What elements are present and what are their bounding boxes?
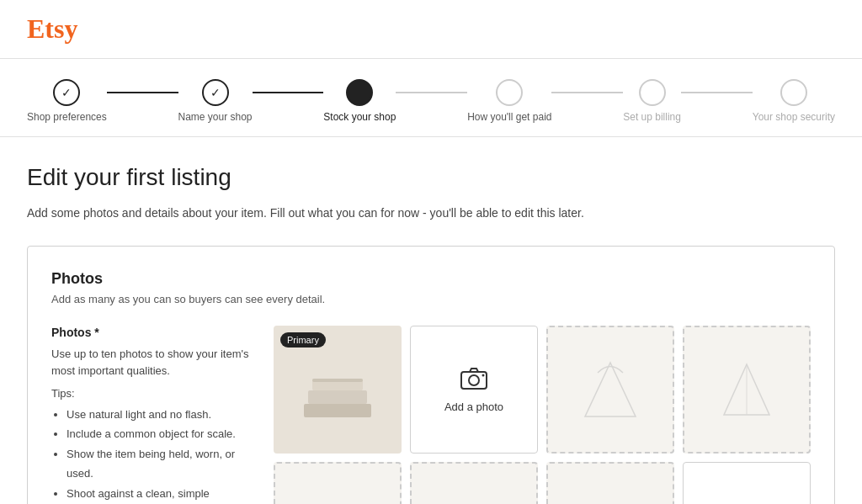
main-content: Edit your first listing Add some photos … [0, 137, 862, 504]
step-name-your-shop[interactable]: ✓ Name your shop [178, 79, 253, 123]
progress-section: ✓ Shop preferences ✓ Name your shop Stoc… [0, 59, 862, 137]
photos-grid: Primary [274, 326, 811, 504]
photos-left-panel: Photos * Use up to ten photos to show yo… [51, 326, 253, 504]
primary-badge: Primary [280, 332, 326, 347]
step-circle-your-shop-security [780, 79, 807, 106]
svg-rect-0 [304, 404, 371, 417]
photo-slot-3[interactable] [546, 326, 674, 454]
step-shop-preferences[interactable]: ✓ Shop preferences [27, 79, 107, 123]
shape-placeholder-5 [317, 501, 359, 504]
header: Etsy [0, 0, 862, 59]
connector-1 [107, 92, 178, 93]
photo-slot-5[interactable] [274, 462, 402, 504]
svg-rect-1 [308, 390, 367, 404]
page-title: Edit your first listing [27, 164, 835, 191]
tip-2: Include a common object for scale. [67, 424, 253, 443]
svg-point-5 [469, 375, 479, 385]
shape-placeholder-7 [589, 501, 631, 504]
towel-image [300, 352, 375, 427]
svg-rect-3 [312, 379, 363, 382]
step-label-how-youll-get-paid: How you'll get paid [467, 111, 551, 123]
connector-3 [396, 92, 467, 93]
camera-icon [460, 366, 487, 395]
step-circle-how-youll-get-paid [496, 79, 523, 106]
shape-placeholder-6 [453, 501, 495, 504]
step-label-set-up-billing: Set up billing [623, 111, 681, 123]
step-label-stock-your-shop: Stock your shop [323, 111, 396, 123]
photos-section: Photos * Use up to ten photos to show yo… [51, 326, 811, 504]
connector-2 [253, 92, 324, 93]
step-your-shop-security[interactable]: Your shop security [753, 79, 835, 123]
step-label-shop-preferences: Shop preferences [27, 111, 107, 123]
photos-field-label: Photos * [51, 326, 253, 339]
page-subtitle: Add some photos and details about your i… [27, 204, 835, 222]
photo-slot-6[interactable] [410, 462, 538, 504]
photo-slot-7[interactable] [546, 462, 674, 504]
photo-slot-8[interactable] [683, 462, 811, 504]
step-set-up-billing[interactable]: Set up billing [623, 79, 681, 123]
photo-slot-4[interactable] [683, 326, 811, 454]
photos-card-title: Photos [51, 270, 811, 288]
svg-point-6 [482, 374, 485, 377]
step-label-name-your-shop: Name your shop [178, 111, 253, 123]
tip-4: Shoot against a clean, simple background… [67, 484, 253, 504]
tip-3: Show the item being held, worn, or used. [67, 444, 253, 484]
connector-4 [551, 92, 623, 93]
photo-slot-add[interactable]: Add a photo [410, 326, 538, 454]
photos-card: Photos Add as many as you can so buyers … [27, 246, 835, 504]
step-circle-stock-your-shop [346, 79, 373, 106]
shape-cone-icon [581, 356, 640, 423]
step-circle-shop-preferences: ✓ [53, 79, 80, 106]
svg-marker-7 [585, 363, 636, 416]
photo-slot-primary[interactable]: Primary [274, 326, 402, 454]
photos-field-desc: Use up to ten photos to show your item's… [51, 346, 253, 379]
progress-steps: ✓ Shop preferences ✓ Name your shop Stoc… [27, 79, 835, 123]
shape-triangle-icon [717, 356, 776, 423]
connector-5 [681, 92, 753, 93]
photos-card-subtitle: Add as many as you can so buyers can see… [51, 293, 811, 305]
step-stock-your-shop[interactable]: Stock your shop [323, 79, 396, 123]
step-circle-set-up-billing [639, 79, 666, 106]
etsy-logo[interactable]: Etsy [27, 13, 835, 45]
step-label-your-shop-security: Your shop security [753, 111, 835, 123]
tip-1: Use natural light and no flash. [67, 405, 253, 424]
add-photo-text: Add a photo [444, 401, 503, 413]
step-circle-name-your-shop: ✓ [202, 79, 229, 106]
photos-tips-list: Use natural light and no flash. Include … [51, 405, 253, 504]
photos-tips-label: Tips: [51, 387, 253, 400]
step-how-youll-get-paid[interactable]: How you'll get paid [467, 79, 551, 123]
